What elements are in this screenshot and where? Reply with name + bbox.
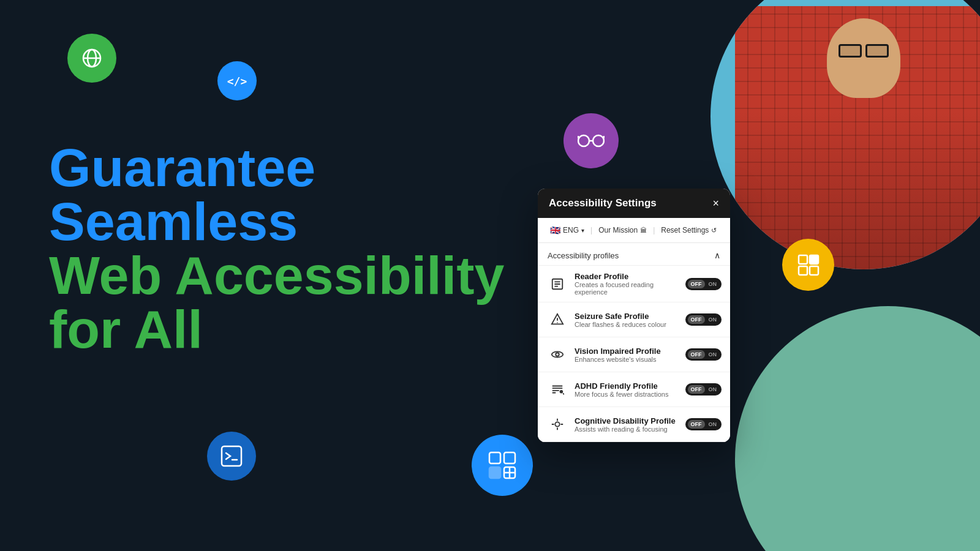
adhd-toggle[interactable]: OFF ON [685,383,722,395]
glasses-icon [564,113,619,168]
adhd-icon [551,383,564,396]
seizure-profile-name: Seizure Safe Profile [575,312,679,321]
seizure-profile-info: Seizure Safe Profile Clear flashes & red… [575,312,679,328]
panel-body: Accessibility profiles ∧ Reader Profile … [538,243,730,442]
hero-text: Guarantee Seamless Web Accessibility for… [49,141,504,356]
accessibility-panel: Accessibility Settings × 🇬🇧 ENG ▾ | Our … [538,189,730,442]
svg-rect-8 [799,255,807,264]
toolbar-divider-2: | [652,226,656,234]
resize-icon [782,239,834,291]
profiles-header: Accessibility profiles ∧ [538,243,730,266]
toggle-off-label: OFF [688,315,705,324]
list-item: ADHD Friendly Profile More focus & fewer… [538,372,730,407]
svg-rect-11 [810,266,818,275]
hero-line3: Web Accessibility [49,249,504,302]
globe-icon [67,34,116,83]
hero-line4: for All [49,302,504,356]
vision-icon [551,348,564,361]
lang-chevron: ▾ [581,227,584,234]
toggle-on-label: ON [706,385,720,394]
svg-point-36 [555,422,559,426]
cognitive-profile-name: Cognitive Disability Profile [575,416,679,425]
vision-toggle[interactable]: OFF ON [685,348,722,361]
panel-toolbar: 🇬🇧 ENG ▾ | Our Mission 🏛 | Reset Setting… [538,218,730,243]
cognitive-icon-wrap [546,413,568,435]
mission-icon: 🏛 [640,227,647,234]
vision-icon-wrap [546,343,568,365]
cognitive-icon [551,418,564,431]
person-circle [710,0,980,269]
svg-rect-10 [799,266,807,275]
profiles-section-label: Accessibility profiles [548,251,619,260]
reader-profile-name: Reader Profile [575,272,679,281]
svg-point-3 [578,135,589,146]
svg-rect-14 [489,452,500,463]
language-label: ENG [563,226,579,234]
svg-point-34 [560,390,564,394]
adhd-profile-name: ADHD Friendly Profile [575,381,679,391]
vision-profile-desc: Enhances website's visuals [575,356,679,363]
reader-profile-info: Reader Profile Creates a focused reading… [575,272,679,296]
hero-line2: Seamless [49,195,504,249]
adhd-profile-info: ADHD Friendly Profile More focus & fewer… [575,381,679,398]
flag-icon: 🇬🇧 [550,225,560,235]
person-image [735,6,980,269]
code-icon: </> [217,61,257,100]
close-button[interactable]: × [712,198,719,209]
list-item: Vision Impaired Profile Enhances website… [538,337,730,372]
svg-point-29 [556,353,559,356]
cognitive-toggle[interactable]: OFF ON [685,418,722,430]
toggle-on-label: ON [706,315,720,324]
toggle-off-label: OFF [688,350,705,359]
toggle-on-label: ON [706,420,720,429]
reset-settings-button[interactable]: Reset Settings ↺ [656,223,722,237]
reader-profile-desc: Creates a focused reading experience [575,281,679,296]
reader-toggle[interactable]: OFF ON [685,278,722,290]
svg-point-4 [593,135,604,146]
adhd-icon-wrap [546,378,568,400]
svg-rect-15 [504,452,515,463]
seizure-icon-wrap [546,309,568,331]
vision-profile-name: Vision Impaired Profile [575,347,679,356]
reader-icon [551,277,564,291]
svg-line-35 [563,393,564,394]
toggle-off-label: OFF [688,420,705,429]
svg-rect-16 [489,467,500,478]
widget-icon [472,435,533,496]
our-mission-button[interactable]: Our Mission 🏛 [594,223,652,237]
list-item: Cognitive Disability Profile Assists wit… [538,407,730,442]
reader-icon-wrap [546,273,568,295]
toggle-off-label: OFF [688,280,705,288]
collapse-button[interactable]: ∧ [714,250,720,260]
seizure-profile-desc: Clear flashes & reduces colour [575,321,679,328]
toggle-off-label: OFF [688,385,705,394]
panel-header: Accessibility Settings × [538,189,730,218]
list-item: Seizure Safe Profile Clear flashes & red… [538,302,730,337]
cognitive-profile-desc: Assists with reading & focusing [575,425,679,433]
mission-label: Our Mission [598,226,638,234]
toggle-on-label: ON [706,280,720,288]
vision-profile-info: Vision Impaired Profile Enhances website… [575,347,679,363]
adhd-profile-desc: More focus & fewer distractions [575,391,679,398]
cognitive-profile-info: Cognitive Disability Profile Assists wit… [575,416,679,433]
panel-title: Accessibility Settings [549,197,657,209]
toggle-on-label: ON [706,350,720,359]
reset-icon: ↺ [711,227,717,234]
seizure-toggle[interactable]: OFF ON [685,313,722,326]
seizure-icon [551,313,564,326]
svg-rect-9 [810,255,818,264]
list-item: Reader Profile Creates a focused reading… [538,266,730,302]
terminal-icon [207,432,256,481]
toolbar-divider-1: | [589,226,594,234]
hero-line1: Guarantee [49,141,504,195]
language-selector[interactable]: 🇬🇧 ENG ▾ [545,223,589,238]
reset-label: Reset Settings [661,226,709,234]
